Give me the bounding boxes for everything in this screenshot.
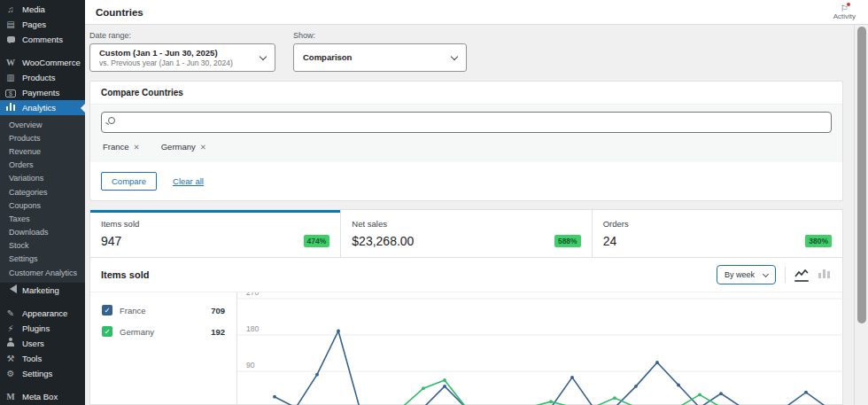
items-sold-chart-card: Items sold By week (89, 257, 843, 405)
chevron-down-icon (260, 52, 267, 59)
sidebar-item-woocommerce[interactable]: W WooCommerce (0, 55, 85, 70)
stat-label: Net sales (352, 219, 580, 229)
stat-tab-items-sold[interactable]: Items sold 947 474% (90, 210, 341, 257)
sidebar-item-appearance[interactable]: ✎ Appearance (0, 306, 85, 321)
legend-label: France (120, 306, 211, 315)
sidebar-item-label: Meta Box (22, 392, 58, 401)
sidebar-item-tools[interactable]: ⚒ Tools (0, 351, 85, 366)
clear-all-link[interactable]: Clear all (173, 176, 204, 186)
sidebar-item-label: Appearance (22, 308, 67, 318)
sidebar-item-plugins[interactable]: ⚡ Plugins (0, 321, 85, 336)
sidebar-item-marketing[interactable]: Marketing (0, 283, 85, 298)
plugins-icon: ⚡ (4, 321, 18, 336)
sidebar-item-label: Comments (22, 35, 63, 44)
sidebar-item-products[interactable]: ▥ Products (0, 70, 85, 85)
sidebar-item-users[interactable]: Users (0, 336, 85, 351)
sidebar-item-payments[interactable]: $ Payments (0, 85, 85, 100)
show-value: Comparison (303, 52, 352, 63)
sidebar-item-label: Users (22, 339, 44, 348)
date-range-select[interactable]: Custom (Jan 1 - Jun 30, 2025) vs. Previo… (89, 43, 275, 72)
page-title: Countries (96, 7, 143, 18)
activity-button[interactable]: ⚐ Activity (833, 4, 856, 21)
submenu-item-categories[interactable]: Categories (0, 185, 85, 199)
interval-select[interactable]: By week (717, 265, 776, 284)
stat-tab-orders[interactable]: Orders 24 380% (593, 210, 842, 257)
submenu-item-coupons[interactable]: Coupons (0, 199, 85, 212)
woocommerce-icon: W (4, 55, 18, 70)
sidebar-item-label: Products (22, 73, 56, 82)
stat-value: 947 (101, 234, 121, 248)
submenu-item-revenue[interactable]: Revenue (0, 144, 85, 158)
sidebar-item-comments[interactable]: Comments (0, 32, 85, 47)
stat-change-badge: 474% (304, 235, 330, 247)
sidebar-item-label: WooCommerce (22, 58, 81, 67)
germany-checkbox[interactable]: ✓ (102, 326, 112, 337)
menu-separator (0, 298, 85, 306)
sidebar-item-settings[interactable]: ⚙ Settings (0, 366, 85, 381)
submenu-item-stock[interactable]: Stock (0, 239, 85, 253)
chevron-down-icon (451, 52, 458, 59)
submenu-item-taxes[interactable]: Taxes (0, 212, 85, 225)
submenu-item-variations[interactable]: Variations (0, 172, 85, 185)
france-checkbox[interactable]: ✓ (102, 305, 112, 315)
chart-header: Items sold By week (90, 258, 842, 292)
media-icon: ♫ (4, 2, 18, 17)
pages-icon: ▤ (4, 17, 18, 32)
summary-stats: Items sold 947 474% Net sales $23,268.00… (89, 209, 843, 257)
selected-countries: France ✕ Germany ✕ (101, 133, 832, 153)
stat-change-badge: 588% (554, 235, 581, 247)
scrollbar-thumb[interactable] (857, 27, 866, 323)
compare-button[interactable]: Compare (101, 172, 157, 191)
country-tag-germany: Germany ✕ (161, 142, 206, 152)
legend-row-france[interactable]: ✓ France 709 (90, 300, 236, 321)
stat-label: Items sold (101, 219, 329, 229)
submenu-item-products[interactable]: Products (0, 131, 85, 144)
stat-label: Orders (603, 219, 832, 229)
submenu-item-downloads[interactable]: Downloads (0, 226, 85, 239)
report-filters: Date range: Custom (Jan 1 - Jun 30, 2025… (89, 29, 843, 81)
submenu-item-settings[interactable]: Settings (0, 253, 85, 266)
comments-icon (4, 32, 18, 47)
chart-title: Items sold (101, 269, 149, 280)
tag-label: Germany (161, 142, 196, 152)
show-select[interactable]: Comparison (293, 43, 467, 72)
analytics-submenu: Overview Products Revenue Orders Variati… (0, 115, 85, 283)
divider (785, 267, 786, 283)
stat-value: $23,268.00 (352, 234, 414, 248)
legend-row-germany[interactable]: ✓ Germany 192 (90, 321, 236, 342)
chevron-down-icon (763, 270, 769, 276)
activity-label: Activity (833, 13, 856, 21)
submenu-item-overview[interactable]: Overview (0, 118, 85, 131)
sidebar-item-analytics[interactable]: Analytics (0, 100, 85, 115)
country-search-input[interactable] (101, 112, 832, 133)
sidebar-item-label: Payments (22, 88, 59, 97)
sidebar-item-label: Pages (22, 19, 46, 29)
remove-tag-icon[interactable]: ✕ (200, 143, 206, 152)
sidebar-item-label: Settings (22, 369, 52, 378)
app-window: ♫ Media ▤ Pages Comments W WooCommerce ▥… (0, 0, 868, 405)
sidebar-item-label: Analytics (22, 103, 56, 113)
line-chart-toggle-icon[interactable] (794, 269, 809, 282)
search-icon (108, 117, 115, 124)
products-icon: ▥ (4, 70, 18, 85)
vertical-scrollbar[interactable] (854, 25, 868, 405)
sidebar-item-meta-box[interactable]: M Meta Box (0, 389, 85, 404)
submenu-item-customer-analytics[interactable]: Customer Analytics (0, 266, 85, 279)
country-tag-france: France ✕ (103, 142, 140, 152)
bar-chart-toggle-icon[interactable] (818, 269, 832, 282)
date-range-label: Date range: (89, 31, 275, 40)
sidebar-item-pages[interactable]: ▤ Pages (0, 17, 85, 32)
remove-tag-icon[interactable]: ✕ (134, 143, 140, 152)
interval-value: By week (725, 270, 755, 279)
sidebar-item-label: Media (22, 4, 45, 14)
chart-legend: ✓ France 709 ✓ Germany 192 (90, 292, 237, 404)
compare-countries-footer: Compare Clear all (90, 162, 842, 200)
submenu-item-orders[interactable]: Orders (0, 159, 85, 172)
stat-tab-net-sales[interactable]: Net sales $23,268.00 588% (341, 210, 592, 257)
sidebar-item-label: Marketing (22, 285, 59, 295)
menu-separator (0, 47, 85, 55)
legend-value: 192 (211, 327, 225, 337)
legend-label: Germany (120, 327, 211, 337)
sidebar-item-media[interactable]: ♫ Media (0, 2, 85, 17)
stat-change-badge: 380% (805, 235, 832, 247)
